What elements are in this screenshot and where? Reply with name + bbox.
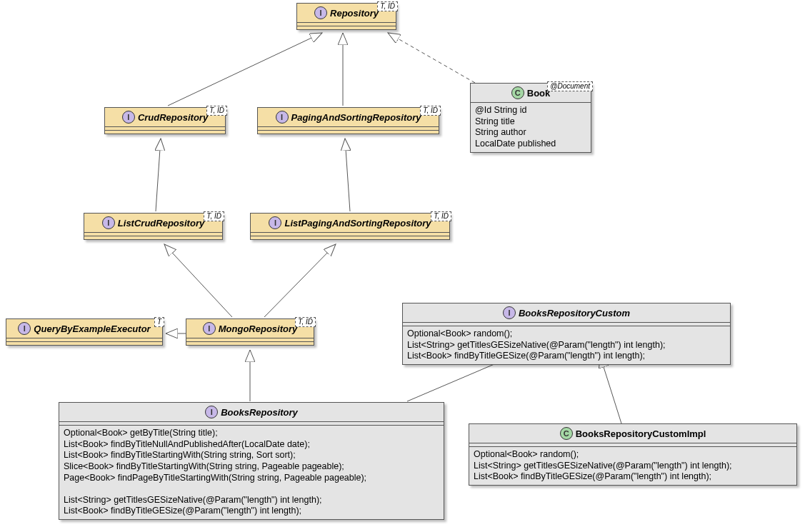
node-mongo-repository: T, ID IMongoRepository	[186, 318, 314, 346]
svg-line-3	[156, 139, 161, 211]
stereotype: T, ID	[431, 211, 451, 221]
interface-icon: I	[122, 111, 135, 124]
node-paging-repository: T, ID IPagingAndSortingRepository	[257, 107, 439, 134]
custom-members: Optional<Book> random(); List<String> ge…	[403, 326, 730, 364]
svg-line-0	[168, 33, 322, 106]
class-icon: C	[511, 86, 524, 99]
stereotype: T, ID	[295, 317, 316, 327]
node-book: @Document CBook @Id String id String tit…	[470, 83, 591, 153]
stereotype: @Document	[547, 81, 593, 91]
svg-line-4	[345, 139, 350, 211]
interface-icon: I	[314, 6, 327, 19]
svg-line-2	[388, 33, 475, 83]
node-qbe: T IQueryByExampleExecutor	[6, 318, 163, 346]
node-list-paging-repository: T, ID IListPagingAndSortingRepository	[250, 213, 450, 240]
interface-icon: I	[102, 216, 115, 229]
interface-icon: I	[18, 322, 31, 335]
node-repository: T, ID IRepository	[296, 3, 396, 30]
node-books-repository-custom: IBooksRepositoryCustom Optional<Book> ra…	[402, 303, 731, 365]
stereotype: T, ID	[206, 106, 227, 116]
interface-icon: I	[203, 322, 216, 335]
node-list-crud-repository: T, ID IListCrudRepository	[84, 213, 223, 240]
class-icon: C	[560, 427, 573, 440]
customimpl-members: Optional<Book> random(); List<String> ge…	[469, 447, 796, 485]
node-books-repository-custom-impl: CBooksRepositoryCustomImpl Optional<Book…	[469, 423, 797, 486]
node-crud-repository: T, ID ICrudRepository	[104, 107, 226, 134]
node-books-repository: IBooksRepository Optional<Book> getByTit…	[59, 402, 444, 520]
book-members: @Id String id String title String author…	[471, 103, 591, 152]
interface-icon: I	[503, 306, 516, 319]
interface-icon: I	[269, 216, 281, 229]
svg-line-6	[264, 244, 336, 317]
stereotype: T, ID	[204, 211, 224, 221]
booksrepo-members: Optional<Book> getByTitle(String title);…	[59, 426, 444, 519]
stereotype: T, ID	[377, 1, 398, 11]
svg-line-10	[600, 356, 621, 423]
stereotype: T	[154, 317, 164, 327]
svg-line-5	[164, 244, 232, 317]
interface-icon: I	[276, 111, 289, 124]
interface-icon: I	[205, 406, 218, 418]
stereotype: T, ID	[420, 106, 441, 116]
